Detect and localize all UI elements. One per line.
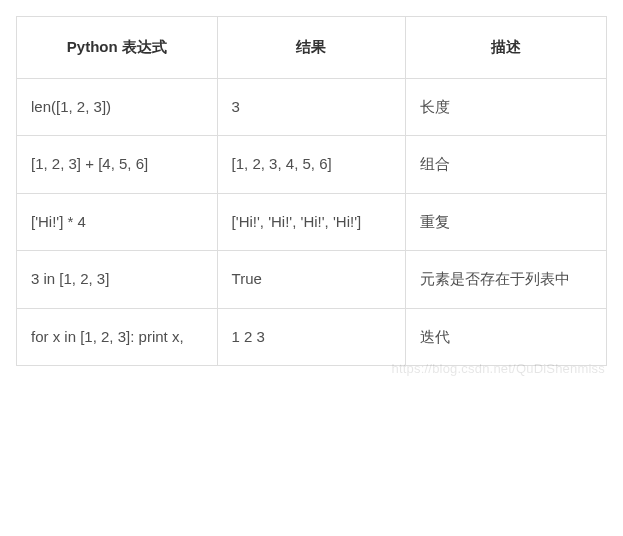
cell-expr: for x in [1, 2, 3]: print x, bbox=[17, 308, 218, 366]
python-list-ops-table: Python 表达式 结果 描述 len([1, 2, 3]) 3 长度 [1,… bbox=[16, 16, 607, 366]
table-row: len([1, 2, 3]) 3 长度 bbox=[17, 78, 607, 136]
cell-desc: 长度 bbox=[406, 78, 607, 136]
col-header-result: 结果 bbox=[217, 17, 406, 79]
cell-desc: 重复 bbox=[406, 193, 607, 251]
col-header-desc: 描述 bbox=[406, 17, 607, 79]
cell-expr: 3 in [1, 2, 3] bbox=[17, 251, 218, 309]
cell-desc: 组合 bbox=[406, 136, 607, 194]
cell-result: 1 2 3 bbox=[217, 308, 406, 366]
col-header-expr: Python 表达式 bbox=[17, 17, 218, 79]
cell-expr: [1, 2, 3] + [4, 5, 6] bbox=[17, 136, 218, 194]
table-row: ['Hi!'] * 4 ['Hi!', 'Hi!', 'Hi!', 'Hi!']… bbox=[17, 193, 607, 251]
cell-expr: len([1, 2, 3]) bbox=[17, 78, 218, 136]
cell-result: 3 bbox=[217, 78, 406, 136]
cell-result: True bbox=[217, 251, 406, 309]
cell-desc: 迭代 bbox=[406, 308, 607, 366]
cell-result: ['Hi!', 'Hi!', 'Hi!', 'Hi!'] bbox=[217, 193, 406, 251]
table-header-row: Python 表达式 结果 描述 bbox=[17, 17, 607, 79]
cell-expr: ['Hi!'] * 4 bbox=[17, 193, 218, 251]
cell-desc: 元素是否存在于列表中 bbox=[406, 251, 607, 309]
cell-result: [1, 2, 3, 4, 5, 6] bbox=[217, 136, 406, 194]
table-row: for x in [1, 2, 3]: print x, 1 2 3 迭代 bbox=[17, 308, 607, 366]
table-row: [1, 2, 3] + [4, 5, 6] [1, 2, 3, 4, 5, 6]… bbox=[17, 136, 607, 194]
table-row: 3 in [1, 2, 3] True 元素是否存在于列表中 bbox=[17, 251, 607, 309]
